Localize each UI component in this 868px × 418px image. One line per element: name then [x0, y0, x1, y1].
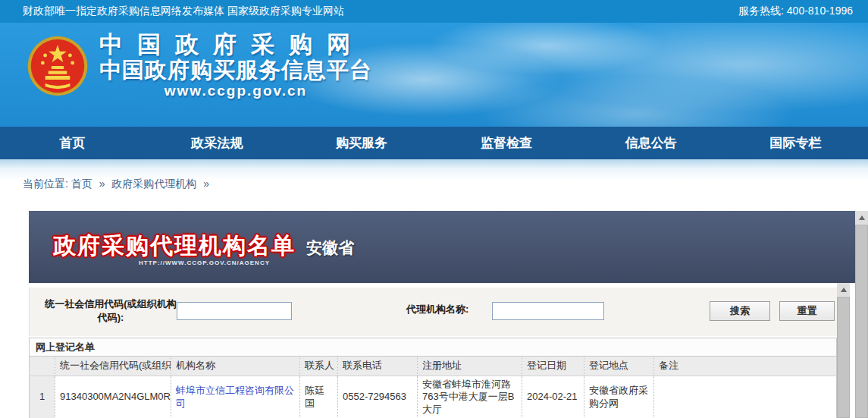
cell-row-number: 1: [30, 376, 55, 418]
site-logo[interactable]: 中国政府采购网 中国政府购买服务信息平台 www.ccgp.gov.cn: [27, 32, 372, 100]
logo-text: 中国政府采购网 中国政府购买服务信息平台 www.ccgp.gov.cn: [99, 32, 372, 100]
inner-scroll-up-button[interactable]: [837, 283, 850, 296]
arrow-up-icon: [859, 215, 865, 220]
nav-item-home[interactable]: 首页: [0, 127, 145, 159]
nav-item-announcements[interactable]: 信息公告: [578, 127, 723, 159]
site-subtitle: 中国政府购买服务信息平台: [99, 58, 372, 83]
col-header-phone: 联系电话: [338, 357, 418, 376]
col-header-place: 登记地点: [584, 357, 654, 376]
inner-scrollbar-thumb[interactable]: [837, 297, 850, 418]
agency-banner: 政府采购代理机构名单 安徽省 HTTP://WWW.CCGP.GOV.CN/AG…: [29, 211, 855, 283]
spacer: [850, 283, 854, 418]
nav-item-supervision[interactable]: 监督检查: [434, 127, 578, 159]
cell-address: 安徽省蚌埠市淮河路763号中港大厦一层B大厅: [418, 376, 522, 418]
breadcrumb-label: 当前位置:: [23, 178, 68, 190]
main-nav: 首页 政采法规 购买服务 监督检查 信息公告 国际专栏: [0, 127, 868, 159]
outer-scrollbar[interactable]: [855, 211, 868, 418]
nav-item-purchase-services[interactable]: 购买服务: [290, 127, 434, 159]
site-url: www.ccgp.gov.cn: [99, 83, 372, 100]
nav-item-international[interactable]: 国际专栏: [723, 127, 868, 159]
banner-url: HTTP://WWW.CCGP.GOV.CN/AGENCY: [139, 259, 270, 266]
cell-credit-code: 91340300MA2N4GLM0R: [55, 376, 171, 418]
cell-contact: 陈廷国: [300, 376, 338, 418]
col-header-credit-code: 统一社会信用代码(或组织: [55, 357, 171, 376]
table-row: 1 91340300MA2N4GLM0R 蚌埠市立信工程咨询有限公司 陈廷国 0…: [30, 376, 837, 418]
search-button[interactable]: 搜索: [710, 301, 770, 321]
col-header-agency-name: 机构名称: [171, 357, 300, 376]
reset-button[interactable]: 重置: [779, 301, 835, 321]
inner-scrollbar[interactable]: [837, 283, 850, 418]
banner-title: 政府采购代理机构名单: [53, 231, 296, 262]
cell-phone: 0552-7294563: [338, 376, 418, 418]
breadcrumb-home-link[interactable]: 首页: [71, 178, 92, 190]
section-title: 网上登记名单: [29, 338, 837, 357]
cell-date: 2024-02-21: [522, 376, 584, 418]
top-bar: 财政部唯一指定政府采购信息网络发布媒体 国家级政府采购专业网站 服务热线: 40…: [0, 0, 868, 23]
cell-agency-name: 蚌埠市立信工程咨询有限公司: [171, 376, 300, 418]
arrow-up-icon: [841, 288, 847, 292]
agency-name-label: 代理机构名称:: [406, 303, 468, 316]
col-header-address: 注册地址: [418, 357, 522, 376]
page-body: 当前位置: 首页 » 政府采购代理机构 » 政府采购代理机构名单 安徽省 HTT…: [0, 159, 868, 418]
agency-name-input[interactable]: [492, 302, 604, 320]
content-main: 统一社会信用代码(或组织机构代码): 代理机构名称: 搜索 重置 网上登记名单: [29, 283, 837, 418]
outer-scroll-up-button[interactable]: [855, 211, 868, 224]
widget-main: 政府采购代理机构名单 安徽省 HTTP://WWW.CCGP.GOV.CN/AG…: [29, 211, 855, 418]
nav-item-regulations[interactable]: 政采法规: [145, 127, 290, 159]
cell-place: 安徽省政府采购分网: [584, 376, 654, 418]
col-header-index: [30, 357, 55, 376]
breadcrumb-separator: »: [99, 178, 105, 190]
service-hotline: 服务热线: 400-810-1996: [738, 5, 853, 18]
breadcrumb: 当前位置: 首页 » 政府采购代理机构 »: [23, 178, 213, 191]
credit-code-label: 统一社会信用代码(或组织机构代码):: [42, 297, 179, 325]
col-header-contact: 联系人: [300, 357, 338, 376]
search-form: 统一社会信用代码(或组织机构代码): 代理机构名称: 搜索 重置: [29, 287, 837, 336]
breadcrumb-separator-2: »: [203, 178, 209, 190]
agency-name-link[interactable]: 蚌埠市立信工程咨询有限公司: [176, 385, 294, 409]
widget-content: 统一社会信用代码(或组织机构代码): 代理机构名称: 搜索 重置 网上登记名单: [29, 283, 855, 418]
table-header-row: 统一社会信用代码(或组织 机构名称 联系人 联系电话 注册地址 登记日期 登记地…: [30, 357, 837, 376]
site-slogan: 财政部唯一指定政府采购信息网络发布媒体 国家级政府采购专业网站: [23, 5, 344, 18]
credit-code-input[interactable]: [177, 302, 292, 320]
national-emblem-icon: [27, 35, 89, 97]
section-title-text: 网上登记名单: [36, 341, 95, 354]
agency-list-widget: 政府采购代理机构名单 安徽省 HTTP://WWW.CCGP.GOV.CN/AG…: [29, 211, 868, 418]
agency-table: 统一社会信用代码(或组织 机构名称 联系人 联系电话 注册地址 登记日期 登记地…: [29, 357, 837, 418]
outer-scrollbar-thumb[interactable]: [855, 225, 868, 418]
breadcrumb-section-link[interactable]: 政府采购代理机构: [111, 178, 196, 190]
col-header-date: 登记日期: [522, 357, 584, 376]
cell-note: [654, 376, 837, 418]
col-header-note: 备注: [654, 357, 837, 376]
site-header: 中国政府采购网 中国政府购买服务信息平台 www.ccgp.gov.cn: [0, 23, 868, 127]
site-name: 中国政府采购网: [99, 32, 372, 58]
banner-province: 安徽省: [306, 237, 354, 259]
